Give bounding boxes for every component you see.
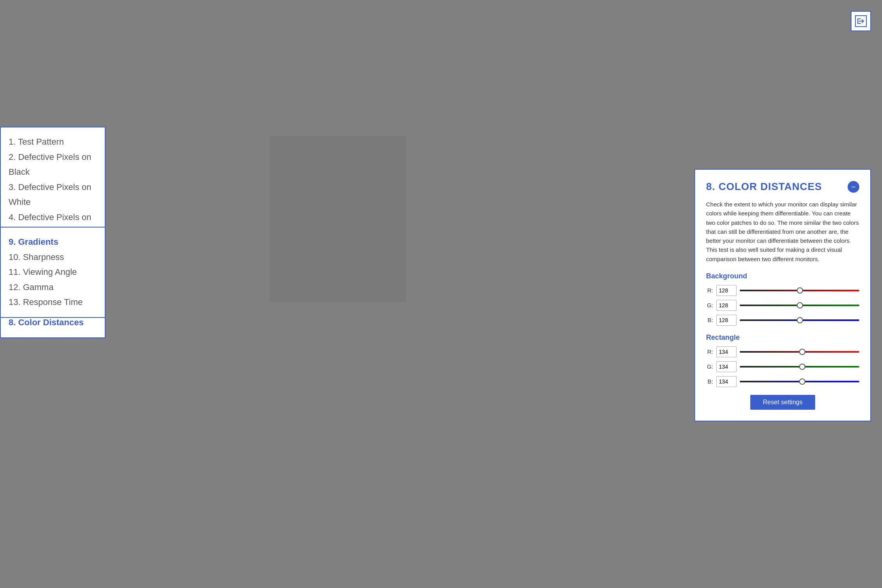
color-distances-panel: 8. Color Distances Check the extent to w…	[694, 169, 871, 421]
rectangle-r-row: R:	[706, 346, 859, 357]
sidebar-item-test-pattern[interactable]: 1. Test Pattern	[9, 134, 97, 150]
sidebar-item-response-time[interactable]: 13. Response Time	[9, 295, 97, 310]
background-label: Background	[706, 272, 859, 280]
background-r-slider[interactable]	[740, 290, 859, 291]
rectangle-b-input[interactable]	[716, 376, 737, 387]
background-r-input[interactable]	[716, 285, 737, 296]
minimize-button[interactable]	[848, 181, 859, 193]
sidebar-item-defective-white[interactable]: 3. Defective Pixels on White	[9, 180, 97, 210]
panel-title: 8. Color Distances	[706, 181, 822, 193]
rectangle-r-slider[interactable]	[740, 351, 859, 353]
background-b-label: B:	[706, 317, 713, 323]
background-b-row: B:	[706, 315, 859, 326]
rectangle-r-input[interactable]	[716, 346, 737, 357]
background-g-label: G:	[706, 302, 713, 308]
sidebar-panel-bottom: 9. Gradients 10. Sharpness 11. Viewing A…	[0, 227, 106, 318]
rectangle-label: Rectangle	[706, 333, 859, 342]
background-g-input[interactable]	[716, 300, 737, 311]
background-g-row: G:	[706, 300, 859, 311]
sidebar-item-gradients[interactable]: 9. Gradients	[9, 235, 97, 250]
background-r-label: R:	[706, 287, 713, 294]
rectangle-b-label: B:	[706, 378, 713, 385]
exit-button[interactable]	[851, 11, 871, 31]
rectangle-g-slider[interactable]	[740, 366, 859, 368]
rectangle-section: Rectangle R: G: B:	[706, 333, 859, 387]
panel-header: 8. Color Distances	[706, 181, 859, 193]
rectangle-b-row: B:	[706, 376, 859, 387]
rectangle-g-input[interactable]	[716, 361, 737, 372]
rectangle-g-label: G:	[706, 363, 713, 370]
sidebar-item-sharpness[interactable]: 10. Sharpness	[9, 250, 97, 265]
rectangle-r-label: R:	[706, 348, 713, 355]
background-b-slider[interactable]	[740, 319, 859, 321]
color-preview	[270, 136, 406, 302]
background-g-slider[interactable]	[740, 305, 859, 306]
rectangle-b-slider[interactable]	[740, 381, 859, 382]
rectangle-g-row: G:	[706, 361, 859, 372]
background-r-row: R:	[706, 285, 859, 296]
sidebar-item-viewing-angle[interactable]: 11. Viewing Angle	[9, 265, 97, 280]
background-b-input[interactable]	[716, 315, 737, 326]
sidebar-item-gamma[interactable]: 12. Gamma	[9, 280, 97, 295]
sidebar-item-defective-black[interactable]: 2. Defective Pixels on Black	[9, 150, 97, 180]
panel-description: Check the extent to which your monitor c…	[706, 200, 859, 264]
reset-settings-button[interactable]: Reset settings	[750, 395, 815, 410]
background-section: Background R: G: B:	[706, 272, 859, 326]
